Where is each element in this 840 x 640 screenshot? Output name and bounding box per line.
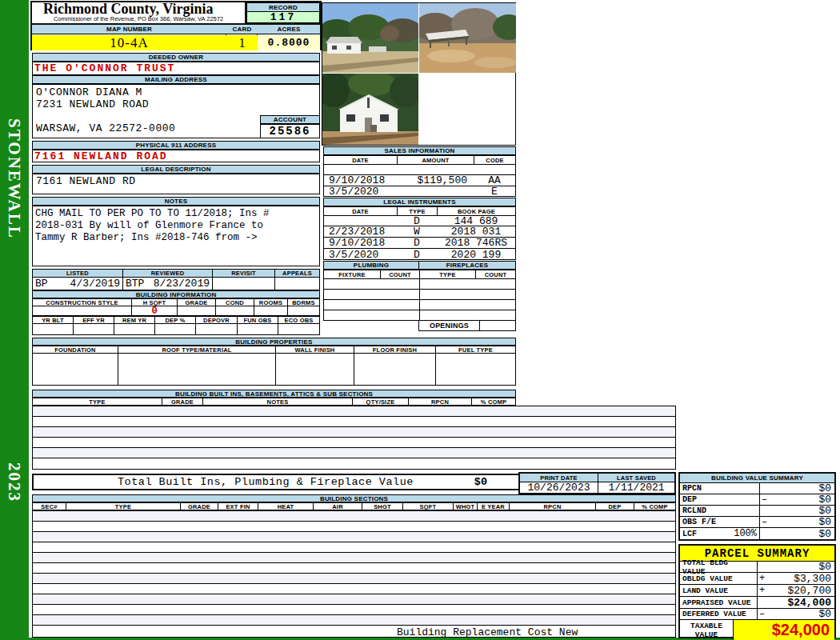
table-row — [33, 584, 675, 594]
listed-label: LISTED — [32, 269, 123, 278]
plumbing-col-count: COUNT — [380, 270, 419, 278]
sales-row: 3/5/2020 E — [324, 186, 515, 197]
floor-finish-value — [354, 354, 436, 386]
rem-yr-value — [114, 324, 155, 335]
print-info-box: PRINT DATE LAST SAVED 10/26/2023 1/11/20… — [518, 472, 676, 494]
county-header: Richmond County, Virginia Commissioner o… — [32, 2, 246, 23]
review-header-row: LISTED REVIEWED REVISIT APPEALS — [32, 269, 320, 278]
bi-col-rpcn: RPCN — [409, 398, 472, 406]
plumbing-fireplaces-divider — [419, 270, 420, 321]
listed-value: BP 4/3/2019 — [32, 278, 123, 290]
col-fun-obs: FUN OBS — [238, 316, 278, 324]
property-photo-3 — [322, 74, 418, 145]
deeded-owner-value: THE O'CONNOR TRUST — [32, 62, 320, 75]
li-type: D — [397, 249, 437, 261]
col-rem-yr: REM YR — [114, 316, 155, 324]
parcel-value: $24,000 — [767, 597, 834, 609]
construction-style-value — [32, 306, 132, 316]
bs-col-shgt: SHGT — [362, 502, 403, 510]
property-photo-1 — [322, 3, 418, 73]
table-row — [33, 594, 675, 605]
legal-instrument-row: 2/23/2018 W 2018 031 — [324, 226, 515, 238]
col-dep-pct: DEP % — [155, 316, 196, 324]
physical-address-value: 7161 NEWLAND ROAD — [32, 150, 320, 162]
li-col-date: DATE — [324, 207, 397, 215]
parcel-value: $20,700 — [767, 585, 834, 597]
summary-op: – — [760, 517, 770, 528]
deeded-owner-label: DEEDED OWNER — [32, 53, 320, 62]
building-info-values-2 — [32, 324, 320, 335]
summary-row: OBS F/E –$0 — [680, 517, 834, 528]
built-ins-total-label: Total Built Ins, Plumbing & Fireplace Va… — [118, 476, 414, 488]
print-date-value: 10/26/2023 — [520, 482, 598, 493]
col-wall-finish: WALL FINISH — [276, 346, 354, 354]
fireplaces-col-type: TYPE — [419, 270, 475, 278]
table-row — [33, 542, 675, 553]
building-information-title: BUILDING INFORMATION — [32, 290, 320, 298]
building-sections-footer: Building Replacement Cost New — [32, 625, 676, 638]
building-value-summary-title: BUILDING VALUE SUMMARY — [680, 474, 834, 483]
legal-description-label: LEGAL DESCRIPTION — [32, 165, 320, 174]
col-eff-yr: EFF YR — [74, 316, 114, 324]
parcel-op: + — [758, 573, 767, 584]
table-row — [33, 553, 675, 563]
sales-information-title: SALES INFORMATION — [323, 146, 516, 155]
notes-line-3: Tammy R Barber; Ins #2018-746 from -> — [35, 232, 319, 244]
eff-yr-value — [74, 324, 114, 335]
notes-box: CHG MAIL TO PER PO TO TO 11/2018; Ins # … — [32, 206, 320, 266]
parcel-label: OBLDG VALUE — [682, 574, 733, 583]
eco-obs-value — [278, 324, 320, 335]
col-foundation: FOUNDATION — [32, 346, 118, 354]
parcel-row: OBLDG VALUE +$3,300 — [680, 573, 834, 585]
reviewed-label: REVIEWED — [123, 269, 213, 278]
bi-col-pct-comp: % COMP — [472, 398, 516, 406]
map-row: MAP NUMBER 10-4A CARD 1 ACRES 0.8000 — [32, 23, 320, 50]
summary-value: $0 — [770, 516, 834, 528]
col-roof-type: ROOF TYPE/MATERIAL — [118, 346, 276, 354]
mailing-address-label: MAILING ADDRESS — [32, 75, 320, 84]
summary-row: LCF100% $0 — [680, 528, 834, 539]
yr-blt-value — [32, 324, 74, 335]
summary-label: LCF — [682, 530, 697, 538]
parcel-value: $0 — [767, 608, 834, 620]
table-row — [33, 427, 675, 438]
table-row — [33, 522, 675, 532]
parcel-label: DEFERRED VALUE — [682, 610, 746, 618]
bs-col-air: AIR — [314, 502, 362, 510]
appeals-value — [275, 278, 320, 290]
parcel-op: + — [758, 585, 767, 596]
summary-value: $0 — [770, 528, 834, 540]
table-row — [33, 406, 675, 417]
building-info-header-1: CONSTRUCTION STYLE H SQFT GRADE COND ROO… — [32, 298, 320, 306]
mailing-line-1: O'CONNOR DIANA M — [36, 86, 142, 98]
map-number-box: MAP NUMBER 10-4A — [32, 25, 226, 50]
built-ins-total-value: $0 — [474, 476, 487, 488]
last-saved-label: LAST SAVED — [598, 474, 674, 482]
county-title: Richmond County, Virginia — [32, 2, 245, 16]
tax-year: 2023 — [4, 462, 24, 502]
parcel-row: APPRAISED VALUE $24,000 — [680, 597, 834, 609]
table-row — [33, 563, 675, 574]
parcel-row: TOTAL BLDG VALUE $0 — [680, 562, 834, 573]
summary-pct: 100% — [734, 528, 757, 539]
listed-by: BP — [35, 278, 48, 290]
commissioner-line: Commissioner of the Revenue, PO Box 366,… — [32, 16, 245, 22]
bs-col-whgt: WHGT — [454, 502, 478, 510]
notes-line-2: 2018-031 By will of Glenmore France to — [35, 220, 319, 232]
fuel-type-value — [436, 354, 516, 386]
plumbing-fireplaces-table: FIXTURE COUNT TYPE COUNT — [323, 270, 516, 321]
summary-label: RCLND — [682, 506, 706, 515]
col-eco-obs: ECO OBS — [278, 316, 320, 324]
review-value-row: BP 4/3/2019 BTP 8/23/2019 — [32, 278, 320, 290]
taxable-value-label: TAXABLE VALUE — [680, 620, 734, 640]
building-sections-header: SEC# TYPE GRADE EXT FIN HEAT AIR SHGT SQ… — [32, 502, 676, 510]
replacement-cost-label: Building Replacement Cost New — [397, 626, 578, 638]
sales-table: DATE AMOUNT CODE 9/10/2018 $119,500 AA 3… — [323, 155, 516, 197]
summary-label: OBS F/E — [682, 518, 716, 526]
plumbing-col-fixture: FIXTURE — [324, 270, 380, 278]
col-fuel-type: FUEL TYPE — [436, 346, 516, 354]
parcel-value: $3,300 — [767, 573, 834, 585]
parcel-value: $0 — [767, 561, 834, 573]
bs-col-ext-fin: EXT FIN — [218, 502, 258, 510]
bs-col-heat: HEAT — [258, 502, 314, 510]
